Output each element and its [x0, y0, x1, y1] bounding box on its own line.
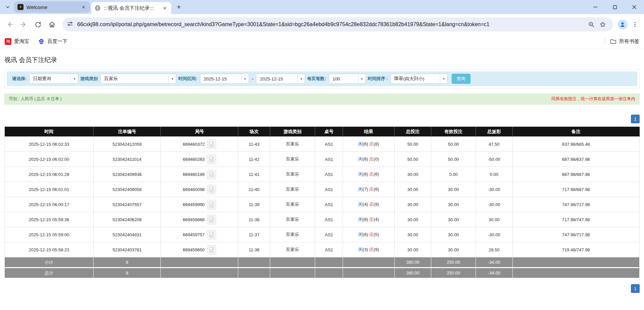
maximize-button[interactable]: [605, 0, 625, 14]
cell-game-category: 百家乐: [270, 137, 315, 152]
footer-empty-cell: [343, 257, 394, 268]
minimize-button[interactable]: [586, 0, 605, 14]
cell-remark: 687.98/637.98: [512, 152, 639, 167]
search-button[interactable]: 查询: [452, 74, 470, 84]
site-settings-icon[interactable]: [67, 21, 73, 28]
video-replay-icon[interactable]: [207, 185, 216, 194]
chrome-menu-icon[interactable]: [629, 18, 641, 31]
chevron-down-icon: ▼: [440, 74, 447, 83]
cell-session: 11-43: [238, 137, 270, 152]
tab-title: :::视讯 会员下注纪录:::: [104, 5, 159, 11]
footer-empty-cell: [315, 257, 343, 268]
cell-session: 11-38: [238, 212, 270, 227]
cell-total-bet[interactable]: 30.00: [394, 227, 431, 242]
tab-search-chevron-icon[interactable]: [3, 2, 13, 12]
cell-payout: -30.00: [476, 182, 512, 197]
globe-icon: [95, 5, 101, 11]
video-replay-icon[interactable]: [207, 139, 216, 149]
cell-round-number: 669459990: [161, 197, 238, 212]
page-size-select[interactable]: 100 ▼: [329, 74, 366, 84]
tab-betrecord[interactable]: :::视讯 会员下注纪录::: ✕: [91, 2, 171, 14]
home-icon[interactable]: [46, 18, 58, 31]
date-range-separator: ~: [251, 76, 254, 81]
cell-table-number: AS1: [315, 212, 343, 227]
address-bar[interactable]: 66cxkj98.com/ipl/portal.php/game/betreco…: [62, 17, 613, 32]
cell-table-number: AS1: [315, 227, 343, 242]
cell-valid-bet: 30.00: [431, 242, 476, 257]
footer-empty-cell: [161, 268, 238, 278]
cell-time: 2025-12-15 05:58:23: [5, 242, 94, 257]
zoom-icon[interactable]: [586, 19, 597, 30]
filter-bar: 请选择: 日期查询 ▼ 游戏类别 百家乐 ▼ 时间区间: 2025-12-15 …: [7, 71, 637, 86]
url-text[interactable]: 66cxkj98.com/ipl/portal.php/game/betreco…: [77, 21, 582, 27]
column-header: 注单编号: [93, 127, 161, 137]
game-category-select[interactable]: 百家乐 ▼: [100, 74, 176, 84]
column-header: 局号: [161, 127, 238, 137]
column-header: 总投注: [394, 127, 431, 137]
column-header: 场次: [238, 127, 270, 137]
bookmark-star-icon[interactable]: [597, 19, 608, 30]
query-type-select[interactable]: 日期查询 ▼: [29, 74, 78, 84]
reload-icon[interactable]: [32, 18, 44, 31]
video-replay-icon[interactable]: [207, 154, 216, 164]
new-tab-button[interactable]: +: [174, 2, 184, 12]
video-replay-icon[interactable]: [207, 230, 216, 240]
cell-session: 11-39: [238, 197, 270, 212]
cell-total-bet[interactable]: 30.00: [394, 212, 431, 227]
close-tab-icon[interactable]: ✕: [162, 5, 168, 11]
bookmarks-divider: [605, 38, 605, 45]
column-header: 时间: [5, 127, 94, 137]
cell-result: 闲(6) 庄(0): [343, 152, 394, 167]
close-tab-icon[interactable]: ✕: [81, 4, 87, 10]
cell-result: 闲(8) 庄(4): [343, 212, 394, 227]
cell-total-bet[interactable]: 50.00: [394, 152, 431, 167]
bookmark-aitaobao[interactable]: 淘 爱淘宝: [5, 38, 29, 45]
video-replay-icon[interactable]: [207, 200, 216, 209]
all-bookmarks-button[interactable]: 所有书签: [610, 38, 639, 45]
profile-avatar[interactable]: [616, 18, 629, 31]
cell-total-bet[interactable]: 50.00: [394, 137, 431, 152]
footer-empty-cell: [161, 257, 238, 268]
cell-remark: 637.98/685.48: [512, 137, 639, 152]
taobao-icon: 淘: [5, 38, 11, 45]
folder-icon: [610, 38, 616, 45]
column-header: 桌号: [315, 127, 343, 137]
cell-valid-bet: 50.00: [431, 137, 476, 152]
cell-result: 闲(4) 庄(9): [343, 197, 394, 212]
bookmark-baidu[interactable]: 百度一下: [38, 38, 67, 45]
window-controls: [586, 0, 644, 14]
footer-total-bet: 280.00: [394, 268, 431, 278]
cell-total-bet[interactable]: 30.00: [394, 197, 431, 212]
cell-table-number: AS1: [315, 197, 343, 212]
page-number-button[interactable]: 1: [631, 284, 640, 293]
cell-total-bet[interactable]: 30.00: [394, 167, 431, 182]
forward-icon[interactable]: [17, 18, 30, 31]
back-icon[interactable]: [3, 18, 16, 31]
cell-game-category: 百家乐: [270, 242, 315, 257]
footer-total-bet: 280.00: [394, 257, 431, 268]
page-number-button[interactable]: 1: [631, 115, 640, 123]
cell-total-bet[interactable]: 30.00: [394, 242, 431, 257]
table-row: 2025-12-15 05:58:23523042403781669459650…: [5, 242, 640, 257]
video-replay-icon[interactable]: [207, 215, 216, 225]
cell-total-bet[interactable]: 30.00: [394, 182, 431, 197]
cell-valid-bet: 30.00: [431, 227, 476, 242]
video-replay-icon[interactable]: [207, 170, 216, 179]
close-window-button[interactable]: [625, 0, 644, 14]
date-from-select[interactable]: 2025-12-15 ▼: [200, 74, 249, 84]
cell-remark: 717.98/687.98: [512, 182, 639, 197]
date-to-select[interactable]: 2025-12-15 ▼: [256, 74, 305, 84]
footer-count: 8: [93, 257, 161, 268]
footer-count: 8: [93, 268, 161, 278]
footer-empty-cell: [270, 257, 315, 268]
footer-empty-cell: [512, 268, 639, 278]
tab-welcome[interactable]: ✦ Welcome ✕: [14, 1, 90, 13]
cell-table-number: AS1: [315, 152, 343, 167]
video-replay-icon[interactable]: [207, 245, 216, 255]
game-category-label: 游戏类别: [80, 76, 98, 82]
tab-title: Welcome: [27, 4, 78, 10]
status-bar: 币别 : 人民币 | 总共 :8 注单 | 同局有效投注，统一计算在该局第一张注…: [4, 94, 640, 105]
time-sort-select[interactable]: 降幂(由大到小) ▼: [391, 74, 448, 84]
cell-time: 2025-12-15 06:00:17: [5, 197, 94, 212]
cell-game-category: 百家乐: [270, 182, 315, 197]
